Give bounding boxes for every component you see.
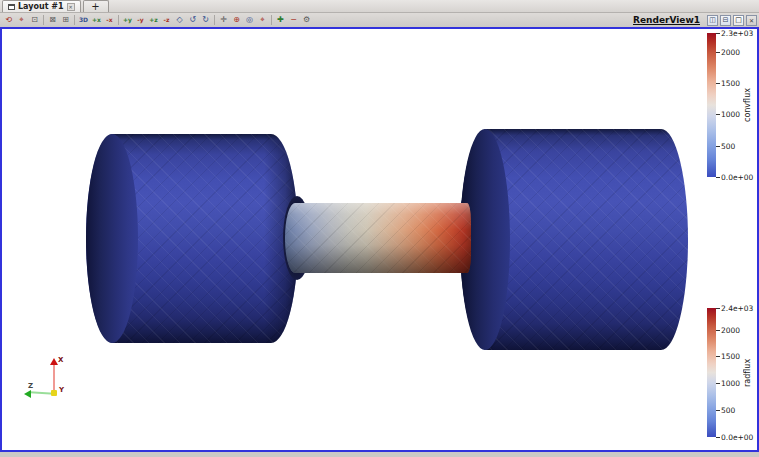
adjust-camera-button[interactable]: ⚙: [300, 14, 313, 26]
paraview-window: Layout #1 ✕ + ⟲ ⌖ ⊡ ⊠ ⊞ 3D +x -x +y -y +…: [0, 0, 759, 457]
colorbar-radflux[interactable]: 2.4e+03 2000 1500 1000 500 0.0e+00 radfl…: [707, 308, 757, 437]
zoom-closest-to-data-button[interactable]: ⊠: [46, 14, 59, 26]
y-axis-arrow-icon: [51, 390, 57, 396]
render-viewport[interactable]: X Z Y 2.3e+03 2000 1500 1000 500 0.0e+00…: [2, 29, 757, 450]
zoom-to-data-button[interactable]: ⊡: [28, 14, 41, 26]
x-axis-arrow-icon: [50, 358, 58, 365]
tab-layout-1-label: Layout #1: [18, 2, 64, 11]
cylinder-left-end-cap: [86, 134, 138, 343]
toolbar-separator: [74, 15, 75, 25]
set-view-plus-x-button[interactable]: +x: [90, 14, 103, 26]
toolbar-separator: [214, 15, 215, 25]
reset-center-button[interactable]: ⌖: [256, 14, 269, 26]
colorbar-convflux[interactable]: 2.3e+03 2000 1500 1000 500 0.0e+00 convf…: [707, 33, 757, 177]
set-view-plus-y-button[interactable]: +y: [121, 14, 134, 26]
colorbar-gradient: [707, 308, 716, 437]
set-view-minus-x-button[interactable]: -x: [103, 14, 116, 26]
toolbar-separator: [118, 15, 119, 25]
toolbar-separator: [43, 15, 44, 25]
camera-controls-toolbar: ⟲ ⌖ ⊡ ⊠ ⊞ 3D +x -x +y -y +z -z ◇ ↺ ↻ ✛ ⊕…: [0, 13, 759, 27]
show-center-axes-button[interactable]: ⊕: [230, 14, 243, 26]
set-view-minus-z-button[interactable]: -z: [160, 14, 173, 26]
zoom-in-button[interactable]: ✚: [274, 14, 287, 26]
split-horizontal-button[interactable]: ◫: [707, 15, 718, 26]
rotate-90-cw-button[interactable]: ↻: [199, 14, 212, 26]
maximize-view-button[interactable]: □: [733, 15, 744, 26]
x-axis-line: [53, 364, 55, 390]
show-orientation-axes-button[interactable]: ✛: [217, 14, 230, 26]
z-axis-label: Z: [28, 382, 33, 390]
pick-center-button[interactable]: ◎: [243, 14, 256, 26]
toggle-interaction-mode-button[interactable]: 3D: [77, 14, 90, 26]
layout-tab-bar: Layout #1 ✕ +: [0, 0, 759, 13]
mesh-facets: [285, 203, 471, 273]
apply-isometric-view-button[interactable]: ◇: [173, 14, 186, 26]
zoom-out-button[interactable]: −: [287, 14, 300, 26]
rotate-90-ccw-button[interactable]: ↺: [186, 14, 199, 26]
reset-camera-button[interactable]: ⟲: [2, 14, 15, 26]
z-axis-arrow-icon: [24, 390, 31, 398]
y-axis-label: Y: [59, 386, 64, 394]
tab-layout-1[interactable]: Layout #1 ✕: [2, 0, 81, 12]
toolbar-separator: [271, 15, 272, 25]
colorbar-title: convflux: [743, 33, 752, 177]
new-layout-tab-button[interactable]: +: [83, 0, 109, 12]
orientation-axes-widget: X Z Y: [22, 355, 82, 405]
close-view-button[interactable]: ✕: [746, 15, 757, 26]
render-view-frame: X Z Y 2.3e+03 2000 1500 1000 500 0.0e+00…: [0, 27, 759, 452]
layout-window-icon: [8, 4, 15, 10]
colorbar-title: radflux: [743, 308, 752, 437]
split-vertical-button[interactable]: ⊟: [720, 15, 731, 26]
connecting-rod: [285, 203, 471, 273]
zoom-to-box-button[interactable]: ⊞: [59, 14, 72, 26]
x-axis-label: X: [58, 356, 63, 364]
set-view-plus-z-button[interactable]: +z: [147, 14, 160, 26]
tab-close-icon[interactable]: ✕: [67, 3, 75, 11]
window-edge: [0, 452, 759, 457]
set-view-minus-y-button[interactable]: -y: [134, 14, 147, 26]
colorbar-gradient: [707, 33, 716, 177]
render-view-title[interactable]: RenderView1: [633, 15, 700, 25]
reset-camera-closest-button[interactable]: ⌖: [15, 14, 28, 26]
